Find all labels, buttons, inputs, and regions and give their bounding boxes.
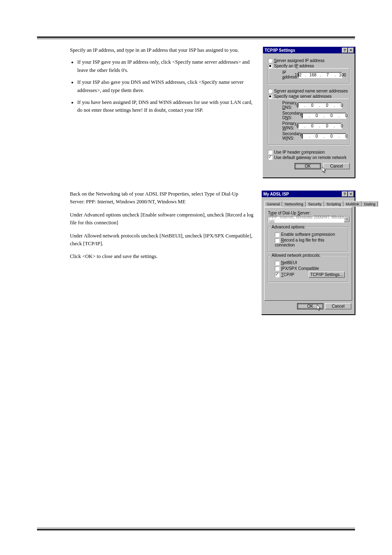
- type-dialup-dropdown[interactable]: PPP: Internet, Windows 2000/NT, Windows …: [268, 216, 350, 223]
- tab-dialing[interactable]: Dialing: [362, 201, 378, 207]
- tcpip-settings-dialog: TCP/IP Settings ? × Server assigned IP a…: [263, 46, 355, 178]
- tab-general[interactable]: General: [264, 201, 282, 207]
- bullet-2: If your ISP also gave you DNS and WINS a…: [77, 78, 255, 94]
- help-icon[interactable]: ?: [342, 48, 348, 53]
- titlebar[interactable]: TCP/IP Settings ? ×: [263, 47, 355, 53]
- chevron-down-icon[interactable]: ▾: [344, 216, 350, 222]
- para-advanced-options: Under Advanced options uncheck [Enable s…: [70, 211, 254, 227]
- help-icon[interactable]: ?: [342, 191, 348, 197]
- tab-scripting[interactable]: Scripting: [324, 201, 344, 207]
- chk-default-gateway-label: Use default gateway on remote network: [274, 155, 346, 160]
- chk-default-gateway[interactable]: [268, 155, 272, 160]
- radio-server-ip-label: Server assigned IP address: [274, 58, 325, 63]
- bullet-1: If your ISP gave you an IP address only,…: [77, 58, 255, 74]
- bottom-rule-thin: [37, 528, 355, 528]
- radio-server-ip[interactable]: [268, 58, 272, 63]
- titlebar[interactable]: My ADSL ISP ? ×: [262, 191, 355, 197]
- tcpip-settings-button[interactable]: TCP/IP Settings...: [309, 272, 345, 278]
- tab-security[interactable]: Security: [306, 201, 324, 207]
- radio-server-ns-label: Server assigned name server addresses: [274, 89, 348, 93]
- para-networking-tab: Back on the Networking tab of your ADSL …: [70, 190, 254, 206]
- chk-ipxspx-label: IPX/SPX Compatible: [281, 266, 319, 271]
- dialog-title: TCP/IP Settings: [265, 48, 342, 53]
- adsl-isp-dialog: My ADSL ISP ? × General Networking Secur…: [261, 190, 355, 315]
- advanced-options-legend: Advanced options:: [271, 225, 306, 229]
- para-allowed-protocols: Under Allowed network protocols uncheck …: [70, 232, 254, 248]
- para-click-ok: Click <OK> to close and save the setting…: [70, 253, 254, 260]
- chk-ip-compression-label: Use IP header compression: [274, 150, 325, 154]
- top-rule-thick: [37, 37, 355, 38]
- top-rule-thin: [37, 39, 355, 39]
- allowed-protocols-legend: Allowed network protocols:: [271, 253, 321, 258]
- chk-tcpip[interactable]: [275, 273, 279, 277]
- ok-button[interactable]: OK: [297, 303, 323, 309]
- chk-netbeui-label: NetBEUI: [281, 260, 297, 265]
- tab-multilink[interactable]: Multilink: [344, 201, 362, 207]
- tab-content: Type of Dial-Up Server: PPP: Internet, W…: [264, 207, 352, 301]
- dropdown-value: PPP: Internet, Windows 2000/NT, Windows …: [269, 215, 350, 224]
- cancel-button[interactable]: Cancel: [323, 163, 350, 169]
- close-icon[interactable]: ×: [348, 48, 354, 53]
- chk-tcpip-label: TCP/IP: [281, 272, 294, 277]
- chk-ip-compression[interactable]: [268, 150, 272, 154]
- secondary-dns-input[interactable]: 0.0.0.0: [302, 113, 346, 119]
- dialog-title: My ADSL ISP: [263, 192, 342, 196]
- bottom-rule-thick: [37, 529, 355, 530]
- chk-record-log[interactable]: [275, 238, 279, 243]
- ip-address-input[interactable]: 192. 168. 7. 100: [298, 72, 342, 78]
- radio-specify-ns-label: Specify name server addresses: [274, 94, 332, 99]
- secondary-wins-input[interactable]: 0.0.0.0: [302, 133, 346, 139]
- radio-specify-ns[interactable]: [268, 94, 272, 99]
- chk-ipxspx[interactable]: [275, 266, 279, 271]
- chk-software-compression-label: Enable software compression: [281, 232, 335, 237]
- cancel-button[interactable]: Cancel: [325, 303, 351, 309]
- chk-netbeui[interactable]: [275, 261, 279, 265]
- radio-specify-ip-label: Specify an IP address: [274, 64, 314, 68]
- ok-button[interactable]: OK: [295, 163, 321, 169]
- radio-specify-ip[interactable]: [268, 64, 272, 68]
- bullet-3: If you have been assigned IP, DNS and WI…: [77, 99, 255, 115]
- chk-software-compression[interactable]: [275, 233, 279, 237]
- primary-dns-input[interactable]: 0.0.0.0: [297, 102, 342, 108]
- tab-strip: General Networking Security Scripting Mu…: [264, 200, 352, 207]
- chk-record-log-label: Record a log file for this connection: [275, 238, 324, 247]
- tab-networking[interactable]: Networking: [282, 201, 306, 207]
- primary-wins-input[interactable]: 0.0.0.0: [297, 123, 342, 129]
- close-icon[interactable]: ×: [348, 191, 354, 197]
- radio-server-ns[interactable]: [268, 89, 272, 93]
- lead-paragraph: Specify an IP address, and type in an IP…: [70, 46, 255, 54]
